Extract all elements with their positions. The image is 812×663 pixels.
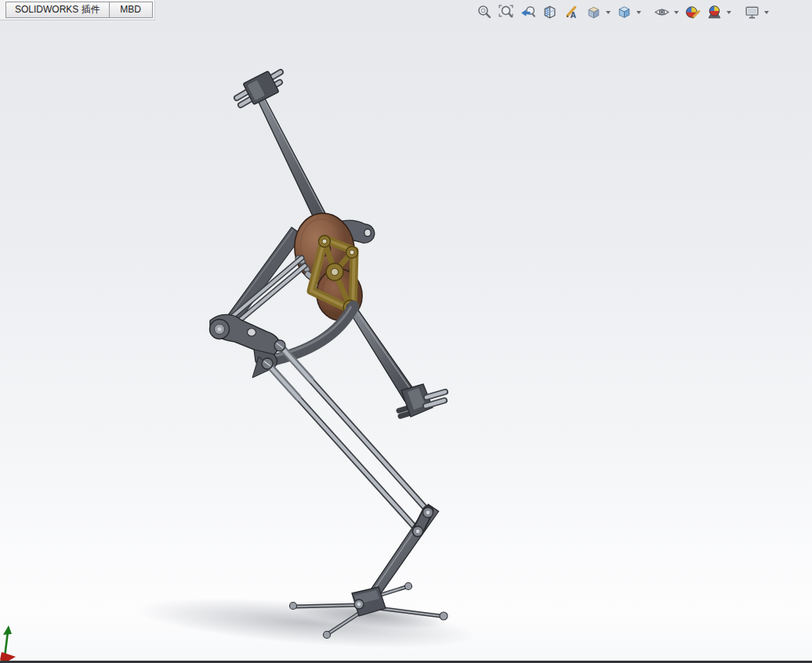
orientation-triad xyxy=(0,622,31,663)
previous-view-icon xyxy=(520,4,536,20)
view-settings-button[interactable] xyxy=(742,2,761,21)
hide-show-items-dropdown-icon[interactable] xyxy=(674,11,679,14)
view-settings-icon xyxy=(744,4,760,20)
section-view-button[interactable] xyxy=(540,2,559,21)
view-settings-dropdown-icon[interactable] xyxy=(764,11,769,14)
display-style-dropdown-icon[interactable] xyxy=(636,11,641,14)
section-view-icon xyxy=(542,4,558,20)
model-shin-rods[interactable] xyxy=(269,347,428,531)
previous-view-button[interactable] xyxy=(518,2,537,21)
heads-up-view-toolbar: A xyxy=(474,2,770,21)
model-top-handle[interactable] xyxy=(237,71,281,105)
dynamic-annotation-views-button[interactable]: A xyxy=(562,2,581,21)
zoom-to-fit-icon xyxy=(476,4,492,20)
zoom-to-area-icon xyxy=(498,4,514,20)
display-style-icon xyxy=(616,4,633,20)
model-lower-crank-arm[interactable] xyxy=(347,303,417,401)
view-orientation-dropdown-icon[interactable] xyxy=(606,11,611,14)
solidworks-window: { "tabs": [ { "id": "solidworks-addins",… xyxy=(0,0,812,663)
ground-shadow xyxy=(134,589,478,658)
hide-show-items-button[interactable] xyxy=(652,2,671,21)
tab-mbd[interactable]: MBD xyxy=(109,2,153,18)
viewport-3d xyxy=(0,0,812,663)
edit-appearance-button[interactable] xyxy=(683,2,701,21)
display-style-button[interactable] xyxy=(614,2,633,21)
view-orientation-icon xyxy=(585,4,602,20)
edit-appearance-icon xyxy=(684,4,701,20)
tab-solidworks-addins[interactable]: SOLIDWORKS 插件 xyxy=(5,2,110,18)
view-orientation-button[interactable] xyxy=(584,2,603,21)
zoom-to-area-button[interactable] xyxy=(496,2,515,21)
hide-show-items-icon xyxy=(654,4,670,20)
model-lower-handle[interactable] xyxy=(399,384,445,417)
apply-scene-icon xyxy=(706,4,723,20)
dynamic-annotation-views-icon: A xyxy=(564,4,580,20)
zoom-to-fit-button[interactable] xyxy=(474,2,493,21)
apply-scene-dropdown-icon[interactable] xyxy=(727,11,731,14)
commandmanager-tabstrip: SOLIDWORKS 插件 MBD xyxy=(0,0,155,20)
apply-scene-button[interactable] xyxy=(705,2,723,21)
